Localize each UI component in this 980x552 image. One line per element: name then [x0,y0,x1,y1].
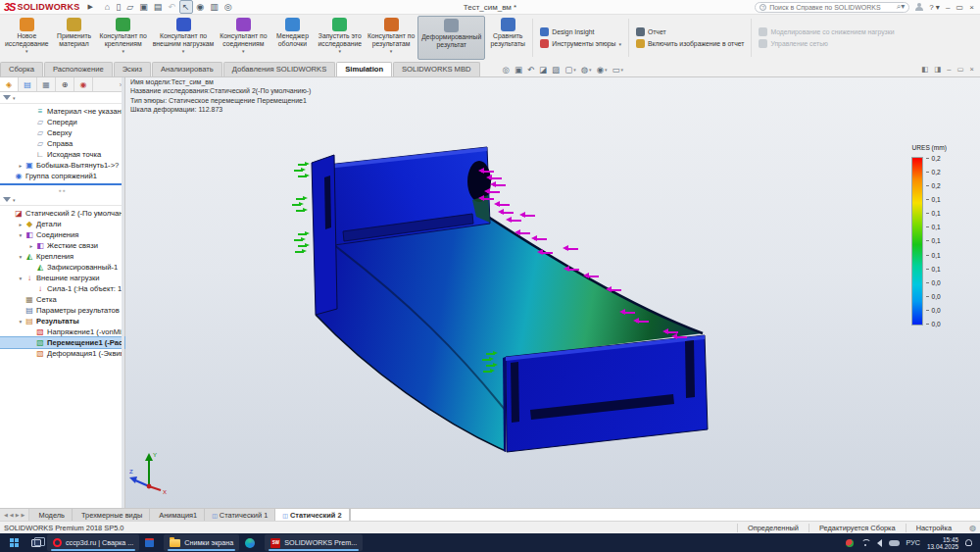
doc-control-icon[interactable]: ◧ [921,65,928,74]
ribbon-button[interactable]: Консультант по соединениям [217,16,270,60]
view-tool-icon[interactable]: ↶ [527,66,534,75]
taskbar-app-button[interactable]: Снимки экрана [164,534,239,551]
panel-viewport-splitter[interactable] [122,77,124,508]
ribbon-button[interactable]: Новое исследование [2,16,52,60]
qat-button[interactable]: ▣ [137,1,151,13]
study-tree-item[interactable]: ▧ Напряжение1 (-vonMises-) [0,326,124,337]
tab-nav-arrow-icon[interactable]: ◀ [10,512,14,518]
cm-tab[interactable]: SOLIDWORKS MBD [393,62,479,76]
graphics-viewport[interactable]: Имя модели:Тест_сим_вмНазвание исследова… [125,77,980,508]
help-search-box[interactable]: ? ⌕▾ [755,2,909,13]
cm-tab[interactable]: Сборка [0,62,43,76]
expander-icon[interactable]: ▾ [17,319,24,325]
ribbon-row-button[interactable]: Включить изображение в отчет [636,39,744,48]
search-input[interactable] [769,4,894,11]
study-tab[interactable]: Анимация1 [150,509,205,521]
language-indicator[interactable]: РУС [906,538,920,547]
study-tree-item[interactable]: ▾ ▤ Результаты [0,316,124,326]
tree-item[interactable]: ≡ Материал <не указан> [0,106,124,117]
qat-button[interactable]: ▤ [152,1,166,13]
ribbon-row-button[interactable]: Design Insight [540,27,621,36]
panel-splitter-handle[interactable]: ●● [0,185,124,194]
ribbon-button[interactable]: Деформированный результат [417,16,485,60]
view-tool-icon[interactable]: ◎ [503,66,510,75]
qat-button[interactable]: ◉ [194,1,207,13]
ribbon-button[interactable]: Менеджер оболочки [270,16,315,60]
expander-icon[interactable]: ▸ [17,222,24,227]
panel-tab[interactable]: ◉ [74,77,93,91]
study-tab[interactable]: Трехмерные виды [73,509,150,521]
tree-item[interactable]: ▱ Спереди [0,117,124,127]
task-view-button[interactable] [25,534,47,551]
study-tree-item[interactable]: ↓ Сила-1 (:На объект: 1000 N:) [0,283,124,294]
panel-tab[interactable]: ▦ [37,77,56,91]
cm-tab[interactable]: Анализировать [152,62,222,76]
tree-item[interactable]: ▸ ▣ Бобышка-Вытянуть1->? [0,160,124,171]
study-filter-row[interactable]: ▾ [0,194,124,206]
taskbar-app-button[interactable]: cccp3d.ru | Сварка ... [47,534,139,551]
qat-button[interactable]: ↶ [166,1,178,13]
qat-button[interactable]: ⌂ [103,1,113,13]
status-globe-icon[interactable]: ◍ [961,524,976,532]
view-tool-icon[interactable]: ◉ [597,66,608,75]
view-tool-icon[interactable]: ▣ [514,66,522,75]
doc-control-icon[interactable]: – [947,65,951,74]
qat-button[interactable]: ▯ [114,1,123,13]
study-tab[interactable]: ◫ Статический 1 [205,509,275,521]
study-tree-item[interactable]: ▤ Параметры результатов [0,305,124,316]
ribbon-button[interactable]: Консультант по внешним нагрузкам [150,16,218,60]
ribbon-button[interactable]: Консультант по результатам [365,16,417,60]
tree-item[interactable]: ∟ Исходная точка [0,149,124,160]
wifi-icon[interactable] [860,539,870,546]
view-tool-icon[interactable]: ◍ [581,66,592,75]
ribbon-row-button[interactable]: Инструменты эпюры [540,39,621,48]
ribbon-button[interactable]: Сравнить результаты [485,16,530,60]
tree-item[interactable]: ▱ Сверху [0,127,124,138]
cm-tab[interactable]: Эскиз [114,62,151,76]
tree-item[interactable]: ▱ Справа [0,138,124,149]
study-tree-item[interactable]: ▧ Перемещение1 (-Расположен [0,337,124,348]
expander-icon[interactable]: ▾ [17,276,24,281]
study-tree-item[interactable]: ▦ Сетка [0,294,124,305]
onedrive-icon[interactable] [889,540,900,546]
antivirus-tray-icon[interactable] [846,539,854,547]
qat-button[interactable]: ▥ [208,1,221,13]
ribbon-button[interactable]: Запустить это исследование [315,16,365,60]
ribbon-button[interactable]: Применить материал [52,16,97,60]
tab-nav-arrow-icon[interactable]: ▶ [22,512,25,518]
study-tree-item[interactable]: ▾ ◧ Соединения [0,229,124,240]
clock[interactable]: 15:45 13.04.2025 [927,536,958,550]
study-tree-item[interactable]: ▸ ◧ Жесткие связи [0,240,124,251]
model-3d[interactable] [125,77,980,508]
start-button[interactable] [4,534,25,551]
study-tree-item[interactable]: ◪ Статический 2 (-По умолчанию-) [0,208,124,219]
study-tree-item[interactable]: ◭ Зафиксированный-1 [0,262,124,273]
login-user-icon[interactable] [915,3,923,11]
panel-tab[interactable]: ◈ [0,77,19,91]
panel-tab[interactable]: ▤ [19,77,37,91]
view-tool-icon[interactable]: ▭ [612,66,624,75]
tab-nav-arrow-icon[interactable]: ▶ [16,512,20,518]
view-tool-icon[interactable]: ▨ [552,66,560,75]
expander-icon[interactable]: ▾ [17,232,24,238]
doc-control-icon[interactable]: ▭ [957,65,964,74]
expander-icon[interactable]: ▸ [17,163,24,169]
study-tree-item[interactable]: ▾ ↓ Внешние нагрузки [0,273,124,283]
cm-tab[interactable]: Simulation [336,62,392,76]
tree-item[interactable]: ◉ Группа сопряжений1 [0,171,124,181]
view-tool-icon[interactable]: ▢ [564,66,576,75]
help-button[interactable]: ? ▾ [929,3,940,12]
qat-button[interactable]: ◎ [222,1,235,13]
panel-tab[interactable]: ⊕ [56,77,74,91]
status-item[interactable]: Определенный [737,524,808,532]
study-tree-item[interactable]: ▸ ◆ Детали [0,219,124,229]
doc-control-icon[interactable]: ◨ [934,65,941,74]
study-tab[interactable]: Модель [29,509,73,521]
status-item[interactable]: Редактируется Сборка [808,524,906,532]
status-item[interactable]: Настройка [906,524,961,532]
study-tree-item[interactable]: ▾ ◭ Крепления [0,251,124,262]
tree-filter-row[interactable]: ▾ [0,92,124,104]
study-tab[interactable]: ◫ Статический 2 [275,509,349,521]
qat-button[interactable]: ↖ [179,0,194,14]
volume-icon[interactable] [877,539,882,547]
